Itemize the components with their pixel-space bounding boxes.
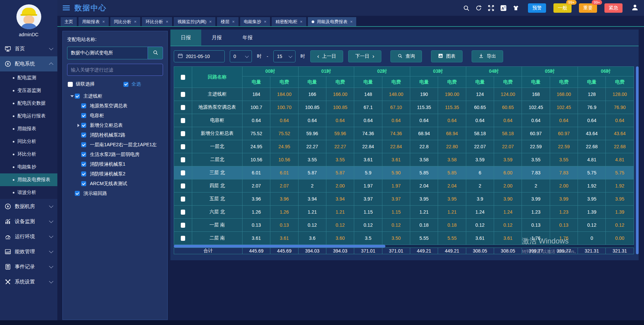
tree-filter-input[interactable] xyxy=(67,64,163,76)
tab-用能及电费报表[interactable]: 用能及电费报表× xyxy=(308,17,357,26)
tab-close-icon[interactable]: × xyxy=(300,19,303,24)
row-checkbox[interactable] xyxy=(181,223,185,228)
sidebar-item-首页[interactable]: 首页 xyxy=(0,41,57,56)
row-checkbox[interactable] xyxy=(181,170,185,175)
user-icon[interactable] xyxy=(631,4,639,12)
table-row-五层 北[interactable]: 五层 北3.963.963.943.943.973.973.953.953.93… xyxy=(174,193,634,206)
row-checkbox[interactable] xyxy=(181,131,185,136)
tab-close-icon[interactable]: × xyxy=(134,19,137,24)
table-row-二层北[interactable]: 二层北10.5610.563.553.553.613.613.583.583.5… xyxy=(174,153,634,166)
tab-close-icon[interactable]: × xyxy=(102,19,105,24)
horizontal-scrollbar-thumb[interactable] xyxy=(174,245,385,248)
tree-node-一层南1APE2右一层北1APE1左[interactable]: 一层南1APE2右一层北1APE1左 xyxy=(67,140,163,150)
tab-close-icon[interactable]: × xyxy=(232,19,235,24)
tree-checkbox[interactable] xyxy=(81,162,86,167)
sidebar-subitem-配电运行报表[interactable]: 配电运行报表 xyxy=(0,110,57,122)
alarm-button-预警[interactable]: 预警 xyxy=(528,3,546,13)
table-row-一层 南[interactable]: 一层 南0.130.130.120.120.120.120.180.180.12… xyxy=(174,219,634,232)
query-button[interactable]: 查询 xyxy=(390,50,422,62)
table-row-地源热泵空调总表[interactable]: 地源热泵空调总表100.7100.70100.85100.8567.167.10… xyxy=(174,101,634,114)
tree-checkbox[interactable] xyxy=(75,191,80,196)
row-checkbox[interactable] xyxy=(181,197,185,202)
tree-checkbox[interactable] xyxy=(81,181,86,186)
tree-node-生活水泵2路一层弱电房[interactable]: 生活水泵2路一层弱电房 xyxy=(67,150,163,159)
row-checkbox[interactable] xyxy=(181,105,185,110)
tab-同比分析[interactable]: 同比分析× xyxy=(110,17,141,26)
tab-精密配电柜[interactable]: 精密配电柜× xyxy=(272,17,306,26)
table-row-电容柜[interactable]: 电容柜0.640.640.640.640.640.640.640.640.640… xyxy=(174,114,634,127)
alarm-button-重要[interactable]: 重要99+ xyxy=(579,3,597,13)
sidebar-subitem-电能集抄[interactable]: 电能集抄 xyxy=(0,161,57,173)
row-checkbox[interactable] xyxy=(181,236,185,241)
refresh-icon[interactable] xyxy=(475,5,482,11)
sidebar-subitem-谐波分析[interactable]: 谐波分析 xyxy=(0,186,57,199)
tree-node-消防喷淋机械泵2[interactable]: 消防喷淋机械泵2 xyxy=(67,169,163,179)
horizontal-scrollbar[interactable] xyxy=(174,245,634,248)
tree-node-地源热泵空调总表[interactable]: 地源热泵空调总表 xyxy=(67,101,163,111)
sidebar-item-系统设置[interactable]: 系统设置 xyxy=(0,274,57,289)
tree-checkbox[interactable] xyxy=(81,142,86,147)
tab-视频监控(内网)[interactable]: 视频监控(内网)× xyxy=(174,17,215,26)
sidebar-subitem-配电监测[interactable]: 配电监测 xyxy=(0,71,57,84)
tab-主页[interactable]: 主页 xyxy=(61,17,77,26)
export-button[interactable]: 导出 xyxy=(472,50,503,62)
hour-start-select[interactable]: 0 xyxy=(230,50,252,62)
sidebar-subitem-变压器监测[interactable]: 变压器监测 xyxy=(0,84,57,97)
avatar[interactable] xyxy=(16,4,41,29)
sidebar-item-事件记录[interactable]: 事件记录 xyxy=(0,259,57,274)
row-checkbox[interactable] xyxy=(181,92,185,97)
chart-button[interactable]: 图表 xyxy=(431,50,463,62)
tab-close-icon[interactable]: × xyxy=(166,19,168,24)
caret-open-icon[interactable] xyxy=(69,94,75,98)
sidebar-subitem-环比分析[interactable]: 环比分析 xyxy=(0,148,57,161)
translate-icon[interactable]: A文 xyxy=(500,5,507,11)
tree-node-主进线柜[interactable]: 主进线柜 xyxy=(67,91,163,101)
sidebar-item-能效管理[interactable]: 能效管理 xyxy=(0,244,57,259)
date-picker[interactable]: 2021-05-10 xyxy=(174,50,225,62)
tree-checkbox[interactable] xyxy=(81,123,86,128)
caret-closed-icon[interactable] xyxy=(75,123,81,127)
vertical-scrollbar[interactable] xyxy=(636,66,639,254)
tree-checkbox[interactable] xyxy=(75,94,80,99)
alarm-button-紧急[interactable]: 紧急 xyxy=(604,3,623,13)
tree-checkbox[interactable] xyxy=(81,152,86,157)
sidebar-subitem-用能报表[interactable]: 用能报表 xyxy=(0,122,57,135)
menu-toggle-icon[interactable] xyxy=(63,5,70,10)
row-checkbox[interactable] xyxy=(181,210,185,215)
select-all-checkbox[interactable] xyxy=(123,82,128,87)
tree-checkbox[interactable] xyxy=(81,171,86,176)
tree-node-新增分立柜总表[interactable]: 新增分立柜总表 xyxy=(67,120,163,130)
report-tab-月报[interactable]: 月报 xyxy=(201,30,232,46)
tab-close-icon[interactable]: × xyxy=(209,19,212,24)
prev-day-button[interactable]: ‹ 上一日 xyxy=(310,50,343,62)
tab-电能集抄[interactable]: 电能集抄× xyxy=(240,17,270,26)
tree-node-演示箱回路[interactable]: 演示箱回路 xyxy=(67,188,163,198)
tree-node-消防栓机械泵2路[interactable]: 消防栓机械泵2路 xyxy=(67,130,163,140)
tab-close-icon[interactable]: × xyxy=(350,19,353,24)
tab-环比分析[interactable]: 环比分析× xyxy=(142,17,172,26)
search-icon[interactable] xyxy=(463,5,470,11)
station-search-button[interactable] xyxy=(148,47,163,59)
table-row-一层北[interactable]: 一层北24.9524.9522.2722.2722.8422.8422.822.… xyxy=(174,140,634,153)
tree-node-ARCM无线表测试[interactable]: ARCM无线表测试 xyxy=(67,179,163,188)
tree-checkbox[interactable] xyxy=(81,132,86,138)
tab-用能报表[interactable]: 用能报表× xyxy=(78,17,109,26)
sidebar-item-设备监测[interactable]: 设备监测 xyxy=(0,214,57,229)
sidebar-item-数据机房[interactable]: 数据机房 xyxy=(0,199,57,214)
table-row-二层 南[interactable]: 二层 南3.613.613.63.603.53.505.555.553.613.… xyxy=(174,232,634,245)
tree-checkbox[interactable] xyxy=(81,113,86,118)
table-row-三层 北[interactable]: 三层 北6.016.015.875.875.95.905.855.8566.00… xyxy=(174,166,634,179)
sidebar-subitem-配电历史数据[interactable]: 配电历史数据 xyxy=(0,97,57,110)
tab-close-icon[interactable]: × xyxy=(264,19,267,24)
table-row-新增分立柜总表[interactable]: 新增分立柜总表75.5275.5259.9659.9674.3674.3668.… xyxy=(174,127,634,140)
tree-checkbox[interactable] xyxy=(81,103,86,108)
header-checkbox[interactable] xyxy=(181,75,185,80)
theme-icon[interactable] xyxy=(513,5,519,11)
table-row-主进线柜[interactable]: 主进线柜184184.00166166.00148148.00190190.00… xyxy=(174,88,634,101)
alarm-button-一般[interactable]: 一般99+ xyxy=(553,3,572,13)
row-checkbox[interactable] xyxy=(181,118,185,123)
cascade-checkbox[interactable] xyxy=(68,82,73,87)
report-tab-日报[interactable]: 日报 xyxy=(170,30,201,46)
fullscreen-icon[interactable] xyxy=(488,5,494,11)
row-checkbox[interactable] xyxy=(181,144,185,149)
